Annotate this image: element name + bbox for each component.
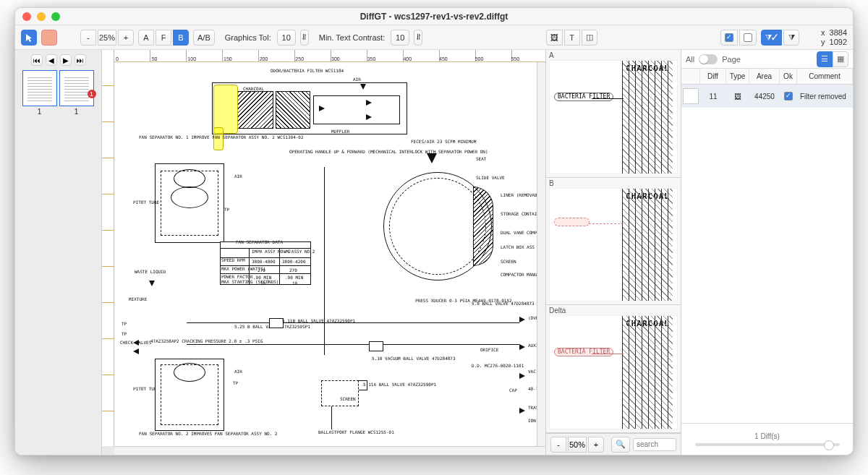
prev-page-icon[interactable]: ◀ [46,54,57,66]
detail-zoom-value[interactable]: 50% [568,437,587,453]
filter-page-label: Page [722,55,741,64]
check-icon[interactable] [720,30,738,46]
image-type-icon: 🖼 [726,93,749,100]
ok-checkbox[interactable] [784,92,793,100]
filter-all-label: All [686,55,694,64]
diff-table-panel: All Page ☰ ▦ Diff Type Area Ok Comment 1… [681,50,853,455]
window-title: DiffGT - wcs1297-rev1-vs-rev2.diffgt [15,12,853,22]
search-icon[interactable]: 🔍 [611,437,630,453]
next-page-icon[interactable]: ▶ [60,54,72,66]
grid-view-icon[interactable]: ▦ [833,51,848,67]
uncheck-icon[interactable] [739,30,757,46]
diff-thumb-icon [683,88,699,104]
thumbnail-sidebar: ⏮ ◀ ▶ ⏭ 1 11 [15,50,102,455]
all-page-toggle[interactable] [699,54,718,64]
detail-zoom-out[interactable]: - [550,437,566,453]
scrollbar-horizontal[interactable] [114,446,545,455]
col-comment[interactable]: Comment [797,69,853,84]
zoom-value[interactable]: 25% [98,30,116,46]
diff-highlight[interactable] [213,85,238,134]
afb-group: A F B [138,30,189,46]
pointer-tool[interactable] [21,30,37,46]
table-row[interactable]: 11 🖼 44250 Filter removed [681,85,853,108]
col-diff[interactable]: Diff [700,69,726,84]
text-diff-icon[interactable]: T [564,30,580,46]
bacteria-filter-label: BACTERIA FILTER [554,93,613,101]
row-size-slider[interactable] [695,443,840,446]
ruler-vertical [102,50,114,446]
col-ok[interactable]: Ok [780,69,797,84]
diff-count-label: 1 Diff(s) [754,432,780,440]
highlight-tool[interactable] [41,30,57,46]
a-button[interactable]: A [138,30,154,46]
detail-column: A CHARCOAL BACTERIA FILTER B CHARCOAL De… [546,50,681,455]
col-type[interactable]: Type [726,69,749,84]
graphics-tol-label: Graphics Tol: [225,33,271,42]
detail-search-input[interactable] [633,438,676,451]
diff-count-badge: 1 [88,90,96,98]
ab-toggle[interactable]: A/B [193,30,215,46]
image-diff-icon[interactable]: 🖼 [546,30,563,46]
scrollbar-vertical[interactable] [537,62,545,446]
last-page-icon[interactable]: ⏭ [75,54,86,66]
zoom-out-button[interactable]: - [80,30,96,46]
stepper-arrows-icon[interactable]: ⥯ [414,30,422,46]
ruler-horizontal: 050100150200250300350400450500550 [114,50,545,62]
filter-checked-icon[interactable]: ⧩✓ [761,30,782,46]
graphics-tol-stepper[interactable]: 10 [277,30,296,46]
filter-unchecked-icon[interactable]: ⧩ [783,30,799,46]
stepper-arrows-icon[interactable]: ⥯ [300,30,309,46]
vector-diff-icon[interactable]: ◫ [582,30,597,46]
drawing-canvas[interactable]: 050100150200250300350400450500550 ODOR/B… [102,50,546,455]
zoom-in-button[interactable]: + [118,30,134,46]
detail-controls: - 50% + 🔍 [546,433,681,455]
b-button[interactable]: B [173,30,189,46]
f-button[interactable]: F [156,30,171,46]
titlebar: DiffGT - wcs1297-rev1-vs-rev2.diffgt [15,8,853,25]
detail-zoom-in[interactable]: + [588,437,604,453]
col-area[interactable]: Area [749,69,780,84]
detail-pane-a[interactable]: A CHARCOAL BACTERIA FILTER [546,50,681,178]
detail-pane-delta[interactable]: Delta CHARCOAL BACTERIA FILTER [546,305,681,433]
schematic-drawing: ODOR/BACTERIA FILTER WCS1184 CHARCOAL AI… [114,62,545,455]
zoom-stepper: - 25% + [80,30,134,46]
list-view-icon[interactable]: ☰ [817,51,833,67]
page-thumb-pair[interactable]: 1 11 [22,70,95,106]
table-header: Diff Type Area Ok Comment [681,69,853,85]
toolbar: - 25% + A F B A/B Graphics Tol: 10 ⥯ Min… [15,25,853,50]
detail-pane-b[interactable]: B CHARCOAL [546,178,681,306]
contrast-stepper[interactable]: 10 [391,30,409,46]
first-page-icon[interactable]: ⏮ [31,54,43,66]
contrast-label: Min. Text Contrast: [319,33,386,42]
coord-readout: x 3884 y 1092 [804,28,847,47]
